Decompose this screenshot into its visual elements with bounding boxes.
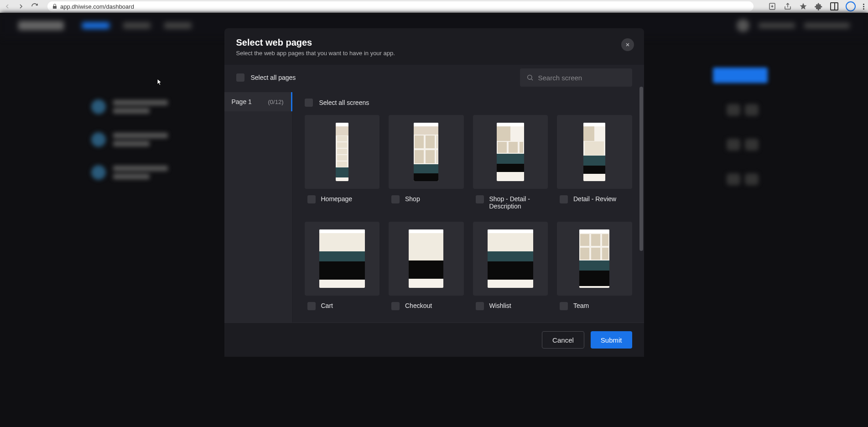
page-tab-label: Page 1 — [232, 98, 252, 105]
screen-checkbox[interactable] — [391, 302, 400, 310]
share-icon[interactable] — [784, 2, 792, 10]
screen-name: Cart — [321, 302, 333, 309]
modal-header: Select web pages Select the web app page… — [224, 28, 644, 65]
scrollbar[interactable] — [639, 87, 643, 278]
bookmark-star-icon[interactable] — [799, 2, 807, 10]
modal-footer: Cancel Submit — [224, 323, 644, 357]
install-app-icon[interactable] — [768, 2, 776, 10]
screen-name: Shop - Detail - Description — [489, 195, 546, 210]
screen-card-team: Team — [557, 222, 632, 313]
screen-card-detail-review: Detail - Review — [557, 115, 632, 213]
select-all-pages-control[interactable]: Select all pages — [236, 73, 296, 82]
close-button[interactable] — [621, 38, 634, 51]
modal-title: Select web pages — [236, 37, 632, 48]
modal-overlay: Select web pages Select the web app page… — [0, 13, 868, 427]
screen-thumbnail[interactable] — [389, 222, 464, 296]
side-panel-icon[interactable] — [830, 2, 838, 10]
screen-checkbox[interactable] — [476, 302, 484, 310]
url-text: app.dhiwise.com/dashboard — [60, 3, 134, 10]
select-all-pages-label: Select all pages — [251, 74, 296, 81]
screen-checkbox[interactable] — [391, 195, 400, 203]
submit-button[interactable]: Submit — [591, 331, 632, 349]
cursor-icon — [157, 78, 162, 86]
modal-subtitle: Select the web app pages that you want t… — [236, 50, 632, 57]
screen-card-cart: Cart — [305, 222, 380, 313]
screen-thumbnail[interactable] — [557, 222, 632, 296]
pages-sidebar: Page 1 (0/12) — [224, 92, 293, 323]
screens-grid: Homepage Shop — [305, 115, 632, 313]
search-input[interactable] — [538, 74, 626, 82]
reload-button[interactable] — [31, 3, 38, 10]
modal-toolbar: Select all pages — [224, 65, 644, 92]
screen-checkbox[interactable] — [476, 195, 484, 203]
screen-thumbnail[interactable] — [305, 115, 380, 189]
screen-name: Homepage — [321, 195, 353, 203]
screen-thumbnail[interactable] — [389, 115, 464, 189]
screen-name: Checkout — [405, 302, 432, 309]
select-all-screens-checkbox[interactable] — [305, 99, 313, 107]
screen-name: Detail - Review — [573, 195, 616, 203]
screen-name: Wishlist — [489, 302, 511, 309]
scrollbar-thumb[interactable] — [639, 87, 643, 251]
screen-checkbox[interactable] — [307, 302, 316, 310]
extensions-icon[interactable] — [815, 2, 823, 10]
lock-icon — [52, 4, 57, 9]
screen-name: Team — [573, 302, 589, 309]
select-pages-modal: Select web pages Select the web app page… — [224, 28, 644, 357]
page-tab-count: (0/12) — [268, 99, 284, 105]
chrome-menu-icon[interactable] — [863, 4, 864, 10]
forward-button[interactable] — [17, 3, 25, 10]
screen-card-checkout: Checkout — [389, 222, 464, 313]
search-box[interactable] — [520, 68, 632, 87]
search-icon — [526, 74, 534, 81]
screens-area: Select all screens Homepage — [293, 92, 644, 323]
screen-card-shop-detail: Shop - Detail - Description — [473, 115, 548, 213]
screen-card-shop: Shop — [389, 115, 464, 213]
screen-card-homepage: Homepage — [305, 115, 380, 213]
screen-name: Shop — [405, 195, 420, 203]
screen-card-wishlist: Wishlist — [473, 222, 548, 313]
back-button[interactable] — [4, 3, 11, 10]
cancel-button[interactable]: Cancel — [542, 331, 584, 349]
select-all-screens-control[interactable]: Select all screens — [293, 92, 644, 113]
select-all-pages-checkbox[interactable] — [236, 73, 244, 82]
svg-point-1 — [527, 75, 531, 79]
screen-thumbnail[interactable] — [473, 115, 548, 189]
screen-checkbox[interactable] — [307, 195, 316, 203]
screen-thumbnail[interactable] — [557, 115, 632, 189]
screen-thumbnail[interactable] — [305, 222, 380, 296]
screen-thumbnail[interactable] — [473, 222, 548, 296]
page-tab[interactable]: Page 1 (0/12) — [224, 92, 292, 111]
screen-checkbox[interactable] — [560, 195, 568, 203]
screen-checkbox[interactable] — [560, 302, 568, 310]
select-all-screens-label: Select all screens — [319, 99, 369, 106]
close-icon — [625, 42, 630, 47]
profile-avatar-icon[interactable] — [846, 1, 856, 11]
browser-chrome: app.dhiwise.com/dashboard — [0, 0, 868, 13]
url-bar[interactable]: app.dhiwise.com/dashboard — [47, 1, 754, 11]
